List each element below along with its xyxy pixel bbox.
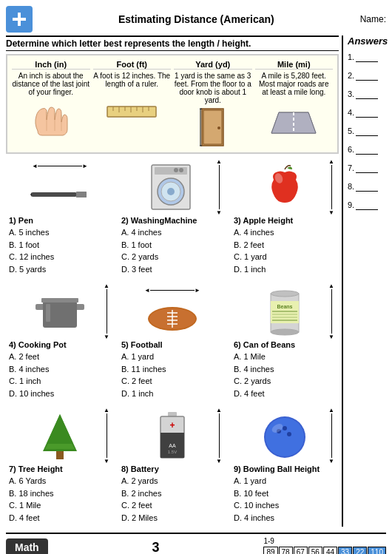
answer-6-num: 6. [348,145,354,154]
svg-marker-24 [30,192,32,197]
question-4-title: 4) Cooking Pot [9,340,111,349]
svg-point-29 [167,188,175,195]
question-2-title: 2) WashingMachine [121,216,223,225]
q2-opt-d: D. 3 feet [121,263,223,276]
q4-title: Cooking Pot [18,340,67,349]
q4-opt-a: A. 2 feet [9,351,111,363]
score-110: 110 [368,547,386,554]
question-4-options: A. 2 feet B. 4 inches C. 1 inch D. 10 in… [9,351,111,399]
q7-opt-d: D. 4 feet [9,512,111,524]
q5-opt-a: A. 1 yard [121,351,223,363]
question-6: ▲ ▼ [231,283,339,402]
svg-point-30 [179,168,183,172]
svg-point-46 [271,291,299,297]
question-5: ◄ ► [118,283,226,402]
q3-title: Apple Height [243,216,293,225]
q6-opt-a: A. 1 Mile [234,351,336,363]
svg-text:+: + [169,420,175,430]
q7-opt-c: C. 1 Mile [9,499,111,512]
answer-4-blank [356,107,378,118]
q4-opt-b: B. 4 inches [9,363,111,376]
q7-num: 7) [9,465,16,473]
washing-machine-icon [150,163,195,212]
answer-2-blank [356,70,378,81]
ref-foot-desc: A foot is 12 inches. The length of a rul… [93,72,172,88]
q9-num: 9) [234,465,241,473]
svg-point-68 [287,432,291,436]
question-5-image: ◄ ► [121,286,223,337]
svg-marker-57 [47,414,73,444]
ref-mile-desc: A mile is 5,280 feet. Most major roads a… [255,72,334,96]
question-8-options: A. 2 yards B. 2 inches C. 2 feet D. 2 Mi… [121,475,223,524]
q5-opt-d: D. 1 inch [121,388,223,400]
ref-mile-image [255,99,334,140]
question-9-title: 9) Bowling Ball Height [234,465,336,473]
question-2: ▲ ▼ [118,158,226,278]
answer-6-blank [356,143,378,155]
page-title: Estimating Distance (American) [33,13,360,25]
question-3-title: 3) Apple Height [234,216,336,225]
q1-title: Pen [18,216,33,225]
answer-4-num: 4. [348,108,354,117]
q6-title: Can of Beans [243,340,295,349]
score-range: 1-9 [263,537,274,545]
ref-inch-title: Inch (in) [12,60,90,70]
ref-mile-title: Mile (mi) [255,60,334,70]
q2-opt-b: B. 1 foot [121,239,223,251]
score-33: 33 [338,547,352,554]
q2-num: 2) [121,216,129,225]
height-indicator-bowling: ▲ ▼ [328,410,334,462]
answer-7-num: 7. [348,163,354,172]
question-7-options: A. 6 Yards B. 18 inches C. 1 Mile D. 4 f… [9,475,111,524]
q6-opt-b: B. 4 inches [234,363,336,376]
q5-num: 5) [121,340,129,349]
answer-2-num: 2. [348,71,354,80]
q4-opt-c: C. 1 inch [9,375,111,388]
svg-point-47 [271,329,299,335]
svg-text:AA: AA [169,443,176,448]
answer-1-blank [356,51,378,62]
q7-title: Tree Height [18,465,63,473]
svg-rect-22 [32,192,76,197]
answer-8-num: 8. [348,182,354,191]
q3-opt-a: A. 4 inches [234,226,336,239]
q3-opt-b: B. 2 feet [234,239,336,251]
ref-foot-title: Foot (ft) [93,60,172,70]
svg-rect-1 [13,18,26,21]
header: Estimating Distance (American) Name: [6,6,386,33]
ref-yard: Yard (yd) 1 yard is the same as 3 feet. … [174,60,252,148]
q4-num: 4) [9,340,16,349]
svg-text:Beans: Beans [277,304,292,309]
door-icon [200,107,226,148]
q6-num: 6) [234,340,241,349]
q8-opt-c: C. 2 feet [121,499,223,512]
height-indicator-tree: ▲ ▼ [104,410,109,462]
footer-page-num: 3 [152,540,160,555]
height-indicator-washing: ▲ ▼ [216,161,222,213]
pen-icon [30,189,89,200]
answer-5-num: 5. [348,126,354,135]
height-indicator-battery: ▲ ▼ [216,410,222,462]
bowling-ball-icon [261,412,309,460]
answer-9-blank [356,199,378,210]
question-7: ▲ ▼ [6,407,114,527]
svg-rect-58 [168,412,177,416]
question-6-image: ▲ ▼ [234,286,336,337]
answer-9-num: 9. [348,200,354,209]
q8-opt-b: B. 2 inches [121,487,223,500]
q9-opt-a: A. 1 yard [234,475,336,487]
question-1-options: A. 5 inches B. 1 foot C. 12 inches D. 5 … [9,226,111,275]
q8-title: Battery [131,465,159,473]
road-icon [268,105,320,135]
svg-rect-36 [41,298,78,303]
q2-opt-c: C. 2 yards [121,251,223,263]
svg-rect-23 [76,192,87,197]
tree-icon [36,411,84,461]
ref-yard-desc: 1 yard is the same as 3 feet. From the f… [174,72,252,104]
question-1: ◄ ► 1) Pen [6,158,114,278]
score-22: 22 [353,547,367,554]
svg-point-31 [174,168,178,172]
content-area: Determine which letter best represents t… [6,36,339,527]
question-4: ▲ ▼ [6,283,114,402]
q5-opt-c: C. 2 feet [121,375,223,388]
